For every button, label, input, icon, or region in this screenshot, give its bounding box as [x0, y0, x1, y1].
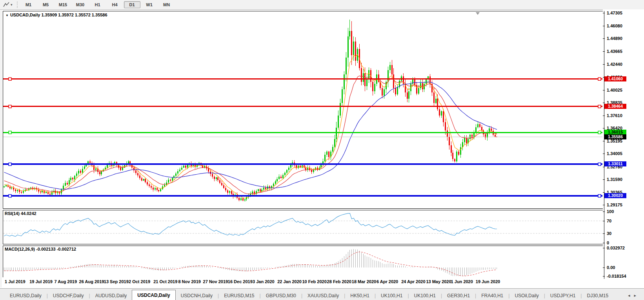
- timeframe-button-h4[interactable]: H4: [107, 1, 123, 8]
- axis-tick: [603, 103, 605, 103]
- date-label: 24 Apr 2020: [401, 279, 425, 284]
- date-label: 28 Feb 2020: [327, 279, 351, 284]
- chart-tab-usoil-daily[interactable]: USOil,Daily: [509, 291, 544, 300]
- chart-tab-usdcnh-daily[interactable]: USDCNH,Daily: [176, 291, 218, 300]
- rsi-panel: RSI(14) 44.0242: [3, 210, 604, 244]
- price-tick-label: 1.34005: [607, 151, 622, 156]
- price-tick-label: 1.29175: [607, 202, 622, 208]
- chart-shift-marker[interactable]: [476, 12, 480, 15]
- date-label: 7 Aug 2019: [54, 279, 77, 284]
- chart-tab-usdcad-daily[interactable]: USDCAD,Daily: [132, 290, 175, 300]
- price-tick-label: 1.46080: [607, 23, 622, 29]
- axis-tick: [603, 141, 605, 141]
- main-chart-canvas[interactable]: [3, 11, 602, 208]
- timeframe-buttons: M1M5M15M30H1H4D1W1MN: [20, 1, 175, 8]
- axis-tick: [603, 211, 605, 212]
- chart-tab-eurusd-daily[interactable]: EURUSD,Daily: [5, 291, 47, 300]
- line-studies-button[interactable]: ▾: [2, 1, 14, 8]
- date-label: 27 Nov 2019: [203, 279, 228, 284]
- macd-tick-label: -0.018154: [607, 273, 626, 279]
- axis-tick: [603, 90, 605, 90]
- axis-tick: [603, 221, 605, 221]
- rsi-label: RSI(14) 44.0242: [5, 211, 36, 216]
- macd-label: MACD(12,26,9) -0.002133 -0.002712: [5, 247, 76, 251]
- chart-tab-uk100-h1[interactable]: UK100,H1: [409, 291, 441, 300]
- macd-panel: MACD(12,26,9) -0.002133 -0.002712: [3, 246, 604, 278]
- collapse-triangle-icon: ▼: [5, 14, 9, 17]
- axis-tick: [603, 167, 605, 167]
- axis-tick: [603, 276, 605, 277]
- axis-tick: [603, 205, 605, 205]
- axis-tick: [603, 38, 605, 39]
- chart-tab-gbpusd-m30[interactable]: GBPUSD,M30: [261, 291, 301, 300]
- date-label: 1 Jun 2020: [451, 279, 473, 284]
- date-label: 8 Nov 2019: [178, 279, 200, 284]
- timeframe-button-w1[interactable]: W1: [141, 1, 158, 8]
- line-studies-icon: [3, 2, 10, 8]
- timeframe-button-h1[interactable]: H1: [89, 1, 106, 8]
- date-label: 2 Oct 2019: [129, 279, 150, 284]
- chart-tab-usdchf-daily[interactable]: USDCHF,Daily: [48, 291, 89, 300]
- axis-tick: [603, 13, 605, 13]
- chart-tab-bar: EURUSD,Daily|USDCHF,Daily|AUDUSD,DailyUS…: [0, 288, 644, 300]
- level-price-label: 1.41060: [604, 76, 626, 81]
- timeframe-button-m30[interactable]: M30: [72, 1, 89, 8]
- axis-tick: [603, 179, 605, 180]
- date-label: 21 Oct 2019: [153, 279, 177, 284]
- toolbar: ▾ M1M5M15M30H1H4D1W1MN: [0, 0, 644, 10]
- price-tick-label: 1.37610: [607, 113, 622, 118]
- macd-canvas[interactable]: [3, 246, 602, 277]
- price-tick-label: 1.47305: [607, 10, 622, 16]
- rsi-tick-label: 0: [607, 240, 609, 246]
- price-tick-label: 1.44890: [607, 36, 622, 41]
- price-tick-label: 1.43665: [607, 49, 622, 54]
- date-label: 26 Aug 2019: [79, 279, 104, 284]
- chart-tab-hk50-h1[interactable]: HK50,H1: [345, 291, 375, 300]
- chart-title: USDCAD,Daily: [10, 13, 40, 17]
- level-price-label: 1.30020: [604, 193, 626, 198]
- timeframe-button-d1[interactable]: D1: [124, 1, 140, 8]
- axis-tick: [603, 64, 605, 65]
- timeframe-button-m5[interactable]: M5: [38, 1, 54, 8]
- axis-tick: [603, 243, 605, 243]
- chevron-down-icon: ▾: [11, 3, 13, 7]
- level-price-label: 1.33011: [604, 161, 626, 166]
- axis-tick: [603, 248, 605, 248]
- rsi-canvas[interactable]: [3, 210, 602, 243]
- chart-tab-audusd-daily[interactable]: AUDUSD,Daily: [90, 291, 132, 300]
- chart-tab-fra40-h1[interactable]: FRA40,H1: [476, 291, 508, 300]
- tab-scroll-right-icon[interactable]: ▸: [634, 293, 640, 298]
- date-label: 3 Jan 2020: [253, 279, 275, 284]
- date-label: 13 May 2020: [426, 279, 451, 284]
- chart-tab-ger30-h1[interactable]: GER30,H1: [442, 291, 475, 300]
- date-axis: 1 Jul 201919 Jul 20197 Aug 201926 Aug 20…: [3, 277, 603, 287]
- date-label: 6 Apr 2020: [377, 279, 398, 284]
- tab-scroll-arrows: ◂▸: [628, 293, 640, 298]
- chart-ohlc-header: ▼USDCAD,Daily 1.35909 1.35972 1.35572 1.…: [5, 13, 107, 17]
- chart-ohlc-values: 1.35909 1.35972 1.35572 1.35586: [41, 13, 107, 17]
- chart-tab-dj30-m15[interactable]: DJ30,M15: [582, 291, 613, 300]
- price-tick-label: 1.42440: [607, 61, 622, 67]
- rsi-tick-label: 100: [607, 209, 614, 214]
- chart-tab-uk100-h1[interactable]: UK100,H1: [376, 291, 408, 300]
- date-label: 22 Jan 2020: [277, 279, 302, 284]
- tab-scroll-left-icon[interactable]: ◂: [628, 293, 634, 298]
- date-label: 10 Feb 2020: [302, 279, 326, 284]
- axis-tick: [603, 116, 605, 116]
- chart-tab-xauusd-daily[interactable]: XAUUSD,Daily: [302, 291, 344, 300]
- chart-tab-eurusd-m15[interactable]: EURUSD,M15: [219, 291, 259, 300]
- chart-tab-usdjpy-h1[interactable]: USDJPY,H1: [545, 291, 580, 300]
- mt4-window: ▾ M1M5M15M30H1H4D1W1MN ▼USDCAD,Daily 1.3…: [0, 0, 644, 300]
- date-label: 19 Jun 2020: [476, 279, 500, 284]
- timeframe-button-m1[interactable]: M1: [20, 1, 37, 8]
- price-tick-label: 1.31590: [607, 177, 622, 182]
- price-tick-label: 1.40025: [607, 87, 622, 93]
- current-price-label: 1.35586: [604, 134, 626, 139]
- toolbar-grip: [17, 2, 18, 8]
- macd-tick-label: 0.032972: [607, 245, 625, 251]
- timeframe-button-mn[interactable]: MN: [158, 1, 175, 8]
- date-label: 19 Jul 2019: [29, 279, 53, 284]
- price-axis: 1.473051.460801.448901.436651.424401.412…: [603, 9, 644, 288]
- timeframe-button-m15[interactable]: M15: [55, 1, 71, 8]
- macd-tick-label: 0.00: [607, 265, 615, 270]
